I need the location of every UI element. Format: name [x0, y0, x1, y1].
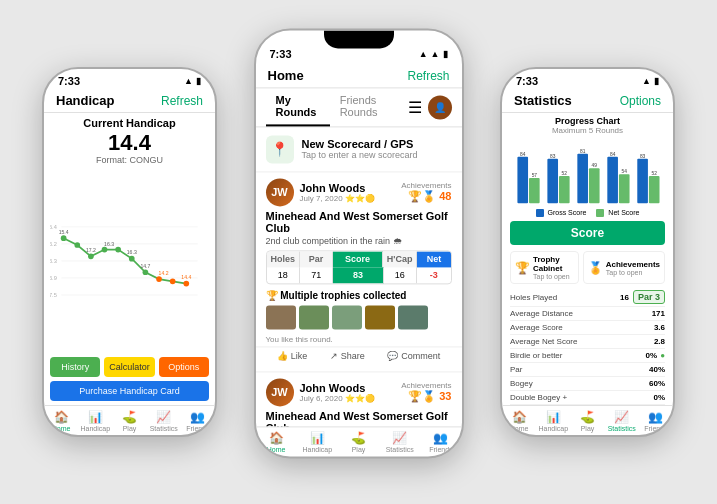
stats-row-bogey: Bogey 60%: [510, 377, 665, 391]
new-scorecard-text: New Scorecard / GPS Tap to enter a new s…: [302, 138, 418, 160]
right-nav-header: Statistics Options: [502, 89, 673, 113]
right-content: Progress Chart Maximum 5 Rounds 84 57 83…: [502, 113, 673, 405]
svg-text:83: 83: [640, 154, 646, 159]
wifi-icon: ▲: [184, 76, 193, 86]
tab-handicap[interactable]: 📊 Handicap: [78, 410, 112, 432]
left-tab-bar: 🏠 Home 📊 Handicap ⛳ Play 📈 Statistics 👥 …: [44, 405, 215, 435]
new-scorecard-row[interactable]: 📍 New Scorecard / GPS Tap to enter a new…: [256, 127, 462, 172]
player-avatar-1: JW: [266, 178, 294, 206]
trophy-achievements-row: 🏆 Trophy Cabinet Tap to open 🏅 Achieveme…: [502, 247, 673, 288]
center-scroll-content[interactable]: 📍 New Scorecard / GPS Tap to enter a new…: [256, 127, 462, 426]
play-icon: ⛳: [122, 410, 137, 424]
center-tab-play[interactable]: ⛳ Play: [338, 431, 379, 453]
friends-rounds-tab[interactable]: Friends Rounds: [330, 88, 408, 126]
handicap-chart: 15.4 16.2 16.3 16.9 17.5 15.4 17.2 16.3: [44, 169, 215, 353]
score-header-row: Holes Par Score H'Cap Net: [267, 251, 451, 267]
tab-friends-label: Friends: [186, 425, 209, 432]
svg-point-13: [88, 254, 94, 260]
trophy-icon: 🏆: [515, 261, 530, 275]
trophies-label-1: 🏆 Multiple trophies collected: [256, 284, 462, 305]
val-hcap-1: 16: [384, 267, 417, 283]
right-friends-label: Friends: [644, 425, 667, 432]
options-button[interactable]: Options: [159, 357, 209, 377]
center-home-icon: 🏠: [269, 431, 284, 445]
tab-statistics[interactable]: 📈 Statistics: [147, 410, 181, 432]
right-tab-friends[interactable]: 👥 Friends: [639, 410, 673, 432]
stars-2: ⭐⭐🟡: [345, 394, 375, 403]
achievements-box[interactable]: 🏅 Achievements Tap to open: [583, 251, 665, 284]
center-handicap-label: Handicap: [303, 446, 333, 453]
right-handicap-icon: 📊: [546, 410, 561, 424]
player-name-1: John Woods: [300, 182, 396, 194]
calculator-button[interactable]: Calculator: [104, 357, 154, 377]
left-refresh-button[interactable]: Refresh: [161, 94, 203, 108]
center-tab-home[interactable]: 🏠 Home: [256, 431, 297, 453]
par3-badge: Par 3: [633, 290, 665, 304]
trophy-cabinet-box[interactable]: 🏆 Trophy Cabinet Tap to open: [510, 251, 579, 284]
center-tab-friends[interactable]: 👥 Friends: [420, 431, 461, 453]
comment-button-1[interactable]: 💬 Comment: [387, 351, 440, 361]
holes-value: 16: [620, 293, 629, 302]
right-tab-play[interactable]: ⛳ Play: [570, 410, 604, 432]
course-sub-1: 2nd club competition in the rain 🌧: [256, 236, 462, 250]
stats-row-distance: Average Distance 171: [510, 307, 665, 321]
val-holes-1: 18: [267, 267, 300, 283]
svg-text:83: 83: [550, 154, 556, 159]
action-buttons: History Calculator Options: [44, 353, 215, 381]
col-score: Score: [333, 251, 383, 267]
my-rounds-tab[interactable]: My Rounds: [266, 88, 330, 126]
center-tab-bar: 🏠 Home 📊 Handicap ⛳ Play 📈 Statistics 👥 …: [256, 426, 462, 456]
achievements-icon: 🏅: [588, 261, 603, 275]
tab-friends[interactable]: 👥 Friends: [181, 410, 215, 432]
tab-play[interactable]: ⛳ Play: [112, 410, 146, 432]
birdie-dot: ●: [660, 351, 665, 360]
purchase-button[interactable]: Purchase Handicap Card: [50, 381, 209, 401]
right-options-button[interactable]: Options: [620, 94, 661, 108]
birdie-label: Birdie or better: [510, 351, 562, 360]
wifi-icon: ▲: [431, 49, 440, 59]
col-holes: Holes: [267, 251, 301, 267]
score-table-1: Holes Par Score H'Cap Net 18 71 83 16 -3: [266, 250, 452, 284]
player-info-1: John Woods July 7, 2020 ⭐⭐🟡: [300, 182, 396, 203]
svg-text:49: 49: [592, 163, 598, 168]
distance-label: Average Distance: [510, 309, 573, 318]
round-header-2: JW John Woods July 6, 2020 ⭐⭐🟡 Achieveme…: [256, 372, 462, 408]
right-tab-handicap[interactable]: 📊 Handicap: [536, 410, 570, 432]
share-button-1[interactable]: ↗ Share: [330, 351, 365, 361]
stats-row-par: Par 40%: [510, 363, 665, 377]
svg-text:14.7: 14.7: [140, 263, 150, 269]
svg-text:84: 84: [520, 152, 526, 157]
center-tab-statistics[interactable]: 📈 Statistics: [379, 431, 420, 453]
bar-chart-svg: 84 57 83 52 81 49 84 54: [510, 149, 665, 207]
handicap-icon: 📊: [88, 410, 103, 424]
center-tab-handicap[interactable]: 📊 Handicap: [297, 431, 338, 453]
history-button[interactable]: History: [50, 357, 100, 377]
right-tab-statistics[interactable]: 📈 Statistics: [605, 410, 639, 432]
center-status-icons: ▲ ▲ ▮: [419, 49, 448, 59]
right-tab-home[interactable]: 🏠 Home: [502, 410, 536, 432]
course-name-2: Minehead And West Somerset Golf Club: [256, 408, 462, 426]
gps-icon: 📍: [266, 135, 294, 163]
tab-icons: ☰ 👤: [408, 95, 452, 119]
svg-rect-39: [607, 157, 618, 203]
tab-home[interactable]: 🏠 Home: [44, 410, 78, 432]
handicap-value: 14.4: [44, 131, 215, 155]
photo-4: [365, 305, 395, 329]
avg-score-value: 3.6: [654, 323, 665, 332]
svg-rect-40: [619, 174, 630, 203]
center-play-icon: ⛳: [351, 431, 366, 445]
svg-rect-27: [517, 157, 528, 203]
like-button-1[interactable]: 👍 Like: [277, 351, 308, 361]
right-home-label: Home: [510, 425, 529, 432]
center-refresh-button[interactable]: Refresh: [407, 69, 449, 83]
filter-icon[interactable]: ☰: [408, 98, 422, 117]
tab-handicap-label: Handicap: [81, 425, 111, 432]
double-bogey-label: Double Bogey +: [510, 393, 567, 402]
left-nav-title: Handicap: [56, 93, 115, 108]
svg-rect-32: [559, 176, 570, 203]
chart-sub: Maximum 5 Rounds: [502, 126, 673, 135]
bar-chart: 84 57 83 52 81 49 84 54: [502, 137, 673, 207]
svg-point-12: [74, 242, 80, 248]
score-button[interactable]: Score: [510, 221, 665, 245]
rounds-tabs: My Rounds Friends Rounds ☰ 👤: [256, 88, 462, 127]
